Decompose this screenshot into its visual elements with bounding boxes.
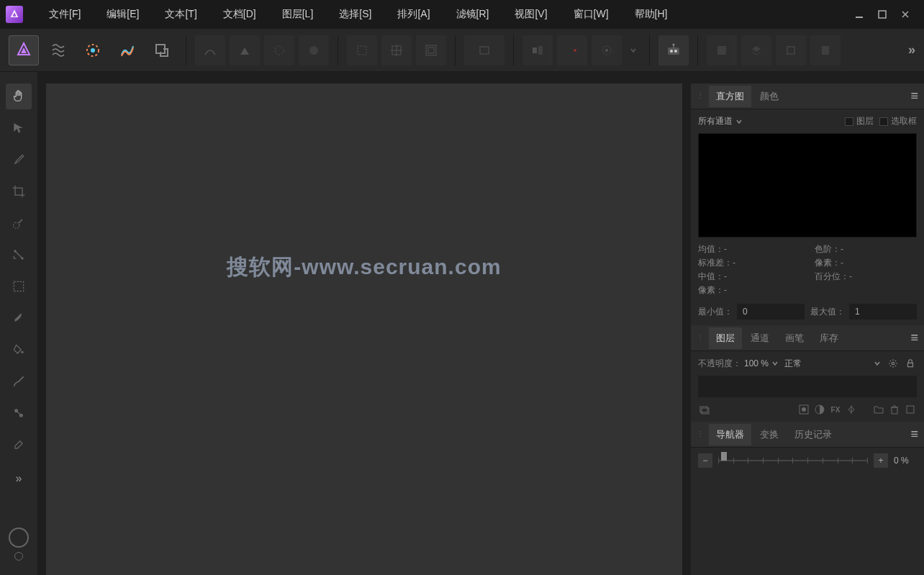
menu-help[interactable]: 帮助[H]: [623, 4, 679, 25]
stat-pixels2: 像素：-: [815, 257, 917, 269]
toolbar-resize-icon[interactable]: [416, 35, 446, 65]
menu-document[interactable]: 文档[D]: [212, 4, 268, 25]
menu-select[interactable]: 选择[S]: [327, 4, 383, 25]
menu-filter[interactable]: 滤镜[R]: [445, 4, 501, 25]
toolbar-snapping-icon[interactable]: [592, 35, 622, 65]
persona-export[interactable]: [147, 35, 177, 65]
toolbar-history-icon[interactable]: [810, 35, 841, 65]
watermark-text: 搜软网-www.secruan.com: [227, 253, 501, 282]
selection-checkbox[interactable]: [879, 117, 888, 126]
mask-icon[interactable]: [797, 403, 810, 416]
zoom-slider[interactable]: [718, 453, 868, 468]
toolbar-hsl-icon[interactable]: [299, 35, 329, 65]
healing-brush-tool[interactable]: [6, 400, 32, 426]
hand-tool[interactable]: [6, 83, 32, 109]
toolbar-record-icon[interactable]: [557, 35, 587, 65]
opacity-label: 不透明度：: [698, 358, 741, 370]
toolbar-align-icon[interactable]: [522, 35, 553, 65]
brush-tool[interactable]: [6, 368, 32, 394]
persona-photo[interactable]: [9, 35, 39, 65]
tab-history[interactable]: 历史记录: [787, 424, 839, 445]
tab-color[interactable]: 颜色: [753, 86, 786, 107]
tab-navigator[interactable]: 导航器: [709, 424, 751, 445]
svg-rect-32: [14, 281, 23, 291]
panel-menu-button[interactable]: ≡: [910, 427, 918, 442]
tab-channels[interactable]: 通道: [743, 327, 776, 349]
toolbar-dropdown-icon[interactable]: [626, 35, 640, 65]
menu-arrange[interactable]: 排列[A]: [386, 4, 441, 25]
layer-checkbox[interactable]: [845, 117, 853, 126]
tab-layers[interactable]: 图层: [709, 327, 742, 349]
panel-menu-button[interactable]: ≡: [910, 89, 918, 104]
svg-point-6: [309, 46, 318, 55]
opacity-value[interactable]: 100 %: [744, 358, 769, 368]
crop-layer-icon[interactable]: [845, 403, 858, 416]
menu-text[interactable]: 文本[T]: [153, 4, 208, 25]
persona-tone-mapping[interactable]: [112, 35, 142, 65]
toolbar-levels-icon[interactable]: [230, 35, 260, 65]
delete-icon[interactable]: [888, 403, 901, 416]
toolbar-selection-icon[interactable]: [347, 35, 377, 65]
max-value[interactable]: 1: [849, 304, 917, 320]
toolbar-white-balance-icon[interactable]: [264, 35, 294, 65]
group-icon[interactable]: [698, 403, 711, 416]
tool-expand[interactable]: »: [16, 472, 22, 485]
toolbar-assistant-icon[interactable]: [658, 35, 689, 65]
panel-grip-icon[interactable]: ⋮: [697, 333, 705, 343]
panel-menu-button[interactable]: ≡: [910, 330, 918, 345]
toolbar-overflow[interactable]: »: [908, 42, 915, 58]
lock-icon[interactable]: [904, 357, 917, 370]
panel-grip-icon[interactable]: ⋮: [697, 91, 705, 101]
fx-icon[interactable]: FX: [829, 403, 842, 416]
min-value[interactable]: 0: [737, 304, 805, 320]
persona-liquify[interactable]: [43, 35, 73, 65]
folder-icon[interactable]: [872, 403, 885, 416]
toolbar-crop-icon[interactable]: [381, 35, 412, 65]
move-tool[interactable]: [6, 115, 32, 141]
menu-view[interactable]: 视图[V]: [503, 4, 558, 25]
foreground-color[interactable]: [9, 528, 29, 548]
tab-brushes[interactable]: 画笔: [778, 327, 811, 349]
toolbar-channels-icon[interactable]: [776, 35, 806, 65]
minimize-button[interactable]: [852, 7, 866, 22]
maximize-button[interactable]: [875, 7, 889, 22]
toolbar-curves-icon[interactable]: [195, 35, 225, 65]
menu-layer[interactable]: 图层[L]: [271, 4, 325, 25]
tab-transform[interactable]: 变换: [753, 424, 786, 445]
fill-tool[interactable]: [6, 337, 32, 363]
tab-stock[interactable]: 库存: [812, 327, 846, 349]
svg-rect-25: [717, 46, 726, 55]
paint-brush-tool[interactable]: [6, 305, 32, 331]
navigator-panel-header: ⋮ 导航器 变换 历史记录 ≡: [691, 422, 924, 448]
layers-list[interactable]: [698, 376, 917, 397]
channel-select[interactable]: 所有通道: [698, 115, 743, 127]
blend-mode-select[interactable]: 正常: [784, 358, 881, 370]
adjustment-icon[interactable]: [813, 403, 826, 416]
color-well[interactable]: [9, 528, 29, 561]
menu-window[interactable]: 窗口[W]: [562, 4, 620, 25]
persona-develop[interactable]: [78, 35, 108, 65]
crop-tool[interactable]: [6, 178, 32, 204]
tab-histogram[interactable]: 直方图: [709, 86, 751, 107]
close-button[interactable]: [898, 7, 912, 22]
canvas-area[interactable]: 搜软网-www.secruan.com: [46, 83, 682, 575]
zoom-out-button[interactable]: −: [698, 453, 712, 468]
menu-edit[interactable]: 编辑[E]: [95, 4, 150, 25]
gear-icon[interactable]: [887, 357, 900, 370]
eraser-tool[interactable]: [6, 432, 32, 458]
flood-select-tool[interactable]: [6, 242, 32, 268]
selection-brush-tool[interactable]: [6, 210, 32, 236]
zoom-in-button[interactable]: +: [874, 453, 888, 468]
panel-grip-icon[interactable]: ⋮: [697, 430, 705, 439]
color-picker-tool[interactable]: [6, 147, 32, 173]
svg-point-18: [605, 49, 608, 52]
svg-rect-27: [788, 47, 794, 53]
zoom-value[interactable]: 0 %: [894, 456, 917, 466]
toolbar-layers-icon[interactable]: [741, 35, 771, 65]
merge-icon[interactable]: [904, 403, 917, 416]
toolbar-stock-icon[interactable]: [707, 35, 737, 65]
marquee-tool[interactable]: [6, 273, 32, 299]
background-color[interactable]: [14, 552, 23, 561]
toolbar-document-icon[interactable]: [464, 35, 504, 65]
menu-file[interactable]: 文件[F]: [37, 4, 92, 25]
